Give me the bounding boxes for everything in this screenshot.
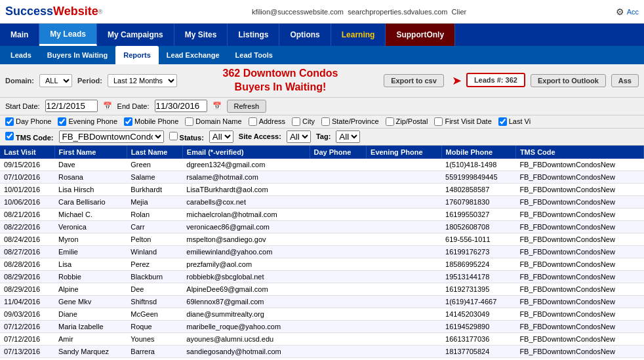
cell-mobile-phone: 16192731395 xyxy=(441,283,515,295)
cell-first-name: Michael C. xyxy=(54,208,127,220)
cell-last-name: Dee xyxy=(127,283,182,295)
leads-badge: ➤ Leads #: 362 xyxy=(449,73,525,88)
table-row[interactable]: 11/04/2016 Gene Mkv Shiftnsd 69lennox87@… xyxy=(0,295,644,308)
table-row[interactable]: 10/06/2016 Cara Bellisario Mejia carabel… xyxy=(0,195,644,208)
start-date-input[interactable] xyxy=(45,100,98,112)
cell-tms-code: FB_FBDowntownCondosNew xyxy=(515,159,643,171)
evening-phone-check[interactable]: Evening Phone xyxy=(58,117,117,126)
subnav-buyers-in-waiting[interactable]: Buyers In Waiting xyxy=(39,46,116,64)
table-row[interactable]: 08/29/2016 Alpine Dee AlpineDee69@gmail.… xyxy=(0,283,644,295)
table-row[interactable]: 10/01/2016 Lisa Hirsch Burkhardt LisaTBu… xyxy=(0,183,644,195)
sub-nav: Leads Buyers In Waiting Reports Lead Exc… xyxy=(0,46,644,64)
table-row[interactable]: 07/10/2016 Rosana Salame rsalame@hotmail… xyxy=(0,170,644,183)
status-label: Status: xyxy=(169,132,204,142)
cell-mobile-phone: 14802858587 xyxy=(441,183,515,195)
site-access-select[interactable]: All xyxy=(287,130,311,143)
tms-select[interactable]: FB_FBDowntownCondosNew xyxy=(59,130,164,143)
subnav-lead-exchange[interactable]: Lead Exchange xyxy=(159,46,228,64)
nav-main[interactable]: Main xyxy=(0,24,39,46)
day-phone-check[interactable]: Day Phone xyxy=(5,117,51,126)
cell-last-visit: 08/22/2016 xyxy=(0,220,54,233)
cell-last-visit: 08/24/2016 xyxy=(0,233,54,245)
cell-evening-phone xyxy=(367,159,442,171)
nav-my-sites[interactable]: My Sites xyxy=(174,24,228,46)
end-date-input[interactable] xyxy=(155,100,207,112)
refresh-button[interactable]: Refresh xyxy=(227,100,267,113)
state-province-check[interactable]: State/Province xyxy=(321,117,379,126)
cell-tms-code: FB xyxy=(515,357,643,360)
nav-my-leads[interactable]: My Leads xyxy=(39,24,97,46)
cell-last-visit: 08/29/2016 xyxy=(0,283,54,295)
cell-first-name: Lisa xyxy=(54,258,127,270)
cell-mobile-phone: 16199176273 xyxy=(441,245,515,258)
assist-button[interactable]: Ass xyxy=(611,74,639,87)
col-email: Email (*-verified) xyxy=(182,146,310,159)
cell-email: diane@summitrealty.org xyxy=(182,308,310,320)
cell-email: mspelton@sandiego.gov xyxy=(182,233,310,245)
col-last-visit: Last Visit xyxy=(0,146,54,159)
cell-last-visit: 07/12/2016 xyxy=(0,332,54,345)
city-check[interactable]: City xyxy=(292,117,315,126)
announcement-line2: Buyers In Waiting! xyxy=(235,81,327,92)
cell-mobile-phone: 18052608708 xyxy=(441,220,515,233)
address-check[interactable]: Address xyxy=(249,117,285,126)
status-select[interactable]: All xyxy=(209,130,233,143)
table-row[interactable]: 07/12/2016 Maria Izabelle Roque maribell… xyxy=(0,320,644,332)
tms-checkbox[interactable] xyxy=(5,132,14,140)
cell-day-phone xyxy=(310,233,367,245)
export-outlook-button[interactable]: Export to Outlook xyxy=(531,74,606,87)
table-row[interactable]: 07/12/2016 Amir Younes ayounes@alumni.uc… xyxy=(0,332,644,345)
period-select[interactable]: Last 12 Months xyxy=(108,74,177,87)
tms-row: TMS Code: FB_FBDowntownCondosNew Status:… xyxy=(0,129,644,146)
table-row[interactable]: 08/27/2016 Emilie Winland emiliewinland@… xyxy=(0,245,644,258)
cell-evening-phone xyxy=(367,258,442,270)
table-row[interactable]: 08/21/2016 Michael C. Rolan michaelcrola… xyxy=(0,208,644,220)
last-visit-check[interactable]: Last Vi xyxy=(498,117,531,126)
table-row[interactable]: 08/22/2016 Veronica Carr veronicaec86@gm… xyxy=(0,220,644,233)
cell-tms-code: FB_FBDowntownCondosNew xyxy=(515,183,643,195)
subnav-reports[interactable]: Reports xyxy=(115,46,159,64)
domain-name-check[interactable]: Domain Name xyxy=(185,117,241,126)
cell-mobile-phone: 16613177036 xyxy=(441,332,515,345)
nav-support[interactable]: SupportOnly xyxy=(386,24,455,46)
nav-learning[interactable]: Learning xyxy=(331,24,386,46)
acc-link[interactable]: Acc xyxy=(627,8,639,16)
table-row[interactable]: 08/28/2016 Lisa Perez prezfamily@aol.com… xyxy=(0,258,644,270)
cell-tms-code: FB_FBDowntownCondosNew xyxy=(515,308,643,320)
cell-email: veronicaec86@gmail.com xyxy=(182,220,310,233)
zip-postal-check[interactable]: Zip/Postal xyxy=(386,117,428,126)
subnav-lead-tools[interactable]: Lead Tools xyxy=(228,46,281,64)
table-body: 09/15/2016 Dave Green dgreen1324@gmail.c… xyxy=(0,159,644,360)
domain-label: Domain: xyxy=(5,77,34,85)
cell-day-phone xyxy=(310,208,367,220)
cell-mobile-phone: 17607981830 xyxy=(441,195,515,208)
table-row[interactable]: 09/03/2016 Diane McGeen diane@summitreal… xyxy=(0,308,644,320)
table-row[interactable]: 07/13/2016 Sandy Marquez Barrera sandieg… xyxy=(0,345,644,357)
nav-options[interactable]: Options xyxy=(279,24,331,46)
calendar-icon-start[interactable]: 📅 xyxy=(103,102,112,110)
cell-evening-phone xyxy=(367,220,442,233)
end-date-label: End Date: xyxy=(117,102,150,110)
table-row[interactable]: 07/14/2016 Rosemary Gastelum rosemarysd@… xyxy=(0,357,644,360)
cell-first-name: Alpine xyxy=(54,283,127,295)
first-visit-check[interactable]: First Visit Date xyxy=(434,117,491,126)
table-row[interactable]: 09/15/2016 Dave Green dgreen1324@gmail.c… xyxy=(0,159,644,171)
subnav-leads[interactable]: Leads xyxy=(3,46,39,64)
calendar-icon-end[interactable]: 📅 xyxy=(212,102,222,110)
cell-day-phone xyxy=(310,332,367,345)
nav-listings[interactable]: Listings xyxy=(228,24,279,46)
cell-email: LisaTBurkhardt@aol.com xyxy=(182,183,310,195)
domain-select[interactable]: ALL xyxy=(39,74,72,87)
cell-day-phone xyxy=(310,220,367,233)
cell-email: sandiegosandy@hotmail.com xyxy=(182,345,310,357)
export-csv-button[interactable]: Export to csv xyxy=(384,74,444,87)
cell-email: maribelle_roque@yahoo.com xyxy=(182,320,310,332)
table-row[interactable]: 08/29/2016 Robbie Blackburn robbiebk@sbc… xyxy=(0,270,644,283)
date-row: Start Date: 📅 End Date: 📅 Refresh xyxy=(0,98,644,115)
mobile-phone-check[interactable]: Mobile Phone xyxy=(124,117,178,126)
col-day-phone: Day Phone xyxy=(310,146,367,159)
table-row[interactable]: 08/24/2016 Myron Pelton mspelton@sandieg… xyxy=(0,233,644,245)
cell-last-name: Roque xyxy=(127,320,182,332)
tag-select[interactable]: All xyxy=(336,130,360,143)
nav-my-campaigns[interactable]: My Campaigns xyxy=(97,24,174,46)
